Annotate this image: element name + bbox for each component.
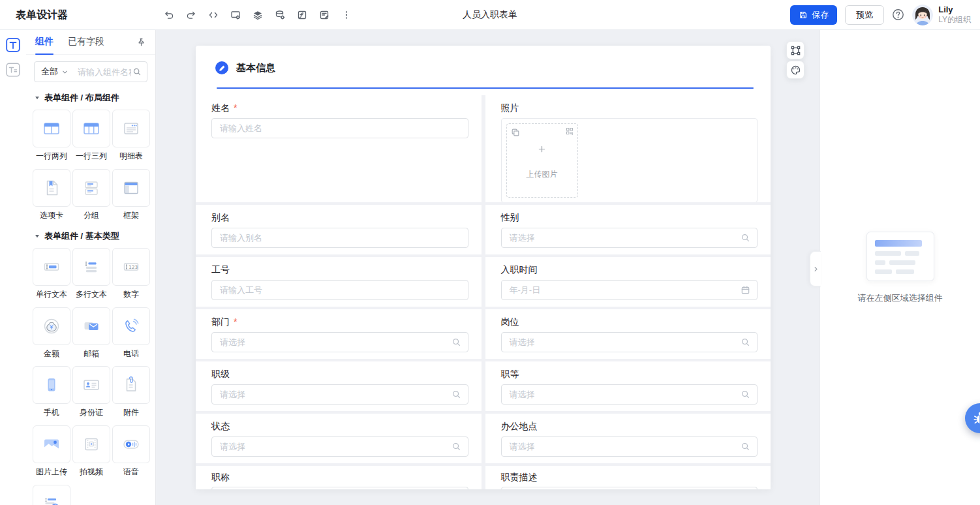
- form-row: 工号请输入工号入职时间年-月-日: [196, 257, 771, 307]
- property-panel: 请在左侧区域选择组件: [819, 29, 980, 505]
- toolbar-redo-button[interactable]: [181, 5, 201, 25]
- component-item-tab-card[interactable]: 选项卡: [33, 169, 70, 221]
- theme-tool-button[interactable]: [786, 61, 804, 79]
- form-section-header[interactable]: 基本信息: [196, 46, 771, 95]
- panel-collapse-handle[interactable]: [810, 251, 821, 286]
- field-input[interactable]: 请选择: [501, 436, 758, 457]
- field-input[interactable]: 请选择: [501, 384, 758, 405]
- component-group-header[interactable]: 表单组件 / 布局组件: [34, 92, 147, 104]
- toolbar-data-source-button[interactable]: [270, 5, 290, 25]
- preview-button[interactable]: 预览: [845, 5, 884, 25]
- component-item-email[interactable]: 邮箱: [72, 307, 110, 360]
- tab-card-icon: [33, 169, 70, 207]
- component-item-three-col[interactable]: 一行三列: [72, 110, 110, 162]
- rail-component-panel-button[interactable]: [6, 38, 20, 52]
- save-button[interactable]: 保存: [790, 5, 837, 25]
- field-status[interactable]: 状态请选择: [196, 414, 482, 463]
- more-icon: [341, 10, 352, 20]
- toolbar-page-settings-button[interactable]: [226, 5, 245, 25]
- tab-components[interactable]: 组件: [35, 29, 54, 54]
- field-input[interactable]: 请选择: [211, 436, 468, 457]
- field-rank[interactable]: 职级请选择: [196, 361, 482, 411]
- id-card-icon: [72, 366, 110, 404]
- component-item-image-upload[interactable]: 图片上传: [33, 425, 70, 478]
- component-item-id-card[interactable]: 身份证: [72, 366, 110, 418]
- multi-select-tool-button[interactable]: [786, 41, 804, 59]
- component-search-input[interactable]: [76, 67, 132, 78]
- form-rows: 姓名*请输入姓名照片上传图片别名请输入别名性别请选择工号请输入工号入职时间年-月…: [196, 95, 771, 489]
- toolbar-layers-button[interactable]: [248, 5, 268, 25]
- component-item-amount[interactable]: 金额: [33, 307, 70, 360]
- field-label: 姓名*: [211, 102, 468, 114]
- component-item-mobile[interactable]: 手机: [33, 366, 70, 418]
- field-input[interactable]: 请选择: [211, 384, 468, 405]
- component-item-single-text[interactable]: 单行文本: [33, 248, 70, 300]
- formula-icon: [297, 10, 307, 20]
- component-item-phone[interactable]: 电话: [112, 307, 150, 360]
- toolbar-undo-button[interactable]: [159, 5, 179, 25]
- field-name[interactable]: 姓名*请输入姓名: [196, 95, 482, 202]
- component-item-two-col[interactable]: 一行两列: [33, 110, 70, 162]
- toolbar-formula-button[interactable]: [292, 5, 312, 25]
- field-department[interactable]: 部门*请选择: [196, 309, 482, 359]
- field-grade[interactable]: 职等请选择: [485, 361, 771, 411]
- component-groups: 表单组件 / 布局组件一行两列一行三列明细表选项卡分组框架表单组件 / 基本类型…: [26, 92, 155, 505]
- form-card: 基本信息 姓名*请输入姓名照片上传图片别名请输入别名性别请选择工号请输入工号入职…: [196, 46, 771, 489]
- component-item-voice[interactable]: 语音: [112, 425, 150, 478]
- form-edit-icon: [319, 10, 329, 20]
- field-input[interactable]: [211, 487, 468, 489]
- filter-all-dropdown[interactable]: 全部: [35, 66, 69, 78]
- tab-existing-fields[interactable]: 已有字段: [68, 29, 104, 54]
- component-item-detail-table[interactable]: 明细表: [112, 110, 150, 162]
- field-input[interactable]: [501, 487, 758, 489]
- component-item-multilang[interactable]: 多语言文本: [33, 485, 70, 505]
- component-item-number[interactable]: 123数字: [112, 248, 150, 300]
- field-input[interactable]: 请选择: [501, 332, 758, 352]
- component-item-attachment[interactable]: 附件: [112, 366, 150, 418]
- field-position[interactable]: 岗位请选择: [485, 309, 771, 359]
- field-label: 职级: [211, 369, 468, 380]
- field-gender[interactable]: 性别请选择: [485, 205, 771, 254]
- toolbar-code-button[interactable]: [204, 5, 223, 25]
- caret-down-icon: [34, 95, 40, 101]
- field-input[interactable]: 年-月-日: [501, 280, 758, 300]
- field-job-title[interactable]: 职称: [196, 466, 482, 489]
- toolbar-more-button[interactable]: [337, 5, 356, 25]
- rail-text-field-button[interactable]: [6, 63, 20, 77]
- field-input[interactable]: 请输入别名: [211, 228, 468, 248]
- help-icon[interactable]: [892, 8, 904, 21]
- component-group-header[interactable]: 表单组件 / 基本类型: [34, 230, 147, 242]
- field-input[interactable]: 请选择: [501, 228, 758, 248]
- search-icon: [452, 442, 461, 451]
- field-label: 性别: [501, 212, 758, 223]
- component-item-frame[interactable]: 框架: [112, 169, 150, 221]
- field-office-location[interactable]: 办公地点请选择: [485, 414, 771, 463]
- pin-icon[interactable]: [136, 37, 146, 47]
- field-job-description[interactable]: 职责描述: [485, 466, 771, 489]
- component-item-multi-text[interactable]: 多行文本: [72, 248, 110, 300]
- field-alias[interactable]: 别名请输入别名: [196, 205, 482, 254]
- field-placeholder: 年-月-日: [510, 284, 541, 296]
- photo-upload-area: 上传图片: [501, 118, 758, 202]
- component-item-group[interactable]: 分组: [72, 169, 110, 221]
- component-item-label: 明细表: [119, 151, 143, 162]
- field-placeholder: 请选择: [220, 389, 245, 401]
- component-item-video[interactable]: 拍视频: [72, 425, 110, 478]
- upload-image-label: 上传图片: [527, 169, 558, 180]
- field-placeholder: 请选择: [220, 337, 245, 348]
- upload-image-button[interactable]: 上传图片: [506, 123, 578, 198]
- component-item-label: 框架: [123, 211, 139, 221]
- field-entry-date[interactable]: 入职时间年-月-日: [485, 257, 771, 307]
- multi-text-icon: [72, 248, 110, 286]
- field-input[interactable]: 请选择: [211, 332, 468, 352]
- field-employee-id[interactable]: 工号请输入工号: [196, 257, 482, 307]
- mobile-icon: [33, 366, 70, 404]
- field-input[interactable]: 请输入姓名: [211, 118, 468, 138]
- toolbar-form-edit-button[interactable]: [314, 5, 334, 25]
- field-input[interactable]: 请输入工号: [211, 280, 468, 300]
- field-photo[interactable]: 照片上传图片: [485, 95, 771, 202]
- component-item-label: 语音: [123, 467, 139, 478]
- user-account[interactable]: Lily LY的组织: [912, 5, 971, 25]
- preview-label: 预览: [856, 10, 873, 20]
- page-settings-icon: [230, 10, 241, 20]
